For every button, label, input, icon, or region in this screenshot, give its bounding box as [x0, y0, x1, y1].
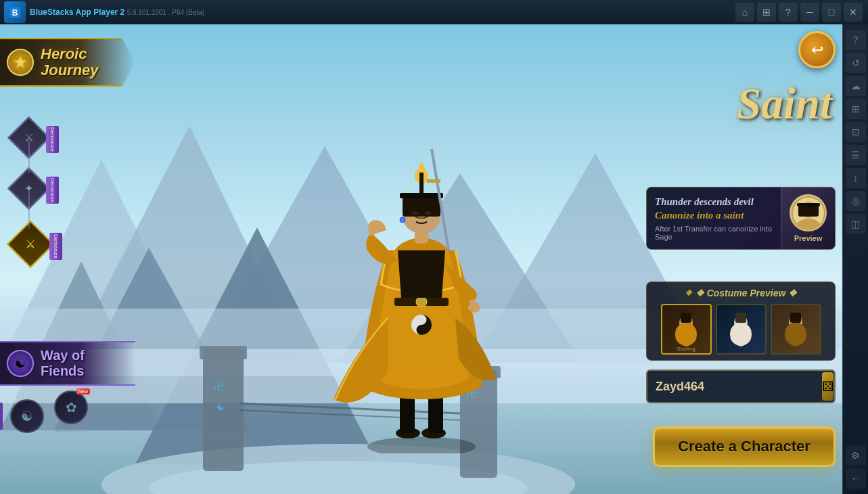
way-of-fiends-banner: ☯ Way of Fiends — [0, 341, 135, 386]
starting-label: Starting — [662, 346, 710, 352]
demonize-label-1: Demonize — [46, 126, 59, 153]
sidebar-icon-1[interactable]: ? — [846, 30, 866, 50]
character-name-input[interactable] — [647, 373, 821, 401]
costume-header: ❖ ❖ Costume Preview ❖ — [652, 288, 829, 298]
svg-rect-55 — [790, 313, 801, 323]
star-left-icon: ❖ — [685, 288, 692, 298]
costume-thumb-2[interactable] — [716, 304, 767, 355]
sidebar-icon-6[interactable]: ☰ — [846, 145, 866, 165]
svg-point-42 — [400, 217, 405, 223]
demonize-label-bottom: Demonize — [0, 403, 3, 430]
bluestacks-sidebar: ? ↺ ☁ ⊞ ⊡ ☰ ↕ ◎ ◫ ⚙ ← — [842, 24, 868, 494]
svg-rect-34 — [419, 173, 424, 193]
info-line-1: Thunder descends devil — [655, 196, 773, 209]
bottom-skill-2[interactable]: ✿ New Coming soon — [54, 390, 88, 433]
back-arrow-icon: ↩ — [811, 41, 823, 59]
sidebar-back-icon[interactable]: ← — [846, 468, 866, 489]
connector-line-1 — [28, 141, 30, 173]
info-line-2: Canonize into a saint — [655, 209, 773, 223]
way-of-fiends-title: Way of Fiends — [41, 348, 122, 379]
random-name-button[interactable]: ⚄ — [822, 372, 833, 401]
sidebar-settings-icon[interactable]: ⚙ — [846, 445, 866, 466]
bottom-skills-row: ☯ Demonize ✿ New Coming soon — [10, 390, 88, 433]
sidebar-icon-3[interactable]: ☁ — [846, 76, 866, 96]
sidebar-icon-4[interactable]: ⊞ — [846, 99, 866, 119]
svg-point-29 — [416, 296, 427, 307]
costume-thumb-1[interactable]: Starting — [661, 304, 712, 355]
costume-section: ❖ ❖ Costume Preview ❖ Starting — [646, 282, 836, 361]
name-section: ⚄ — [646, 369, 836, 403]
skill-node-2[interactable]: ✦ Demonize — [14, 173, 47, 207]
svg-point-41 — [419, 328, 424, 332]
minimize-window-button[interactable]: ─ — [800, 3, 819, 22]
bottom-skill-1[interactable]: ☯ Demonize — [10, 399, 44, 433]
titlebar: B BlueStacks App Player 2 5.8.101.1001 .… — [0, 0, 868, 24]
skill-node-1[interactable]: ⚔ Demonize — [14, 122, 47, 156]
help-button[interactable]: ? — [779, 3, 798, 22]
home-nav-button[interactable]: ⌂ — [735, 3, 754, 22]
preview-button[interactable]: Preview — [781, 187, 835, 249]
sidebar-icon-5[interactable]: ⊡ — [846, 122, 866, 142]
svg-point-37 — [411, 211, 418, 215]
demonize-label-2: Demonize — [46, 177, 59, 204]
grid-nav-button[interactable]: ⊞ — [757, 3, 776, 22]
skill-node-3-gold[interactable]: ⚔ Demonize — [14, 227, 51, 265]
name-input-row: ⚄ — [646, 369, 836, 403]
svg-point-38 — [425, 211, 432, 215]
costume-icon-2 — [717, 305, 765, 353]
heroic-journey-banner: Heroic Journey — [0, 38, 135, 87]
character-figure — [327, 115, 516, 453]
class-title: Saint — [737, 78, 832, 129]
app-logo: B — [4, 1, 26, 23]
svg-point-23 — [367, 436, 476, 453]
sidebar-icon-9[interactable]: ◫ — [846, 214, 866, 234]
preview-label: Preview — [794, 234, 823, 242]
info-line-3: After 1st Transfer can canonize into Sag… — [655, 225, 773, 241]
left-panel: Heroic Journey ⚔ Demonize ✦ Demonize — [0, 24, 149, 494]
sidebar-icon-7[interactable]: ↕ — [846, 168, 866, 188]
svg-rect-36 — [427, 179, 440, 183]
svg-point-40 — [419, 317, 424, 321]
svg-point-43 — [394, 346, 449, 357]
maximize-window-button[interactable]: □ — [822, 3, 841, 22]
demonize-label-3: Demonize — [49, 232, 62, 259]
bottom-skill-icon-1: ☯ Demonize — [10, 399, 44, 433]
heroic-journey-emblem — [7, 49, 34, 76]
svg-rect-51 — [681, 313, 691, 323]
back-button[interactable]: ↩ — [798, 31, 836, 68]
svg-text:B: B — [12, 8, 18, 18]
wof-emblem: ☯ — [7, 350, 34, 377]
connector-line-2 — [28, 192, 30, 229]
create-character-button[interactable]: Create a Character — [653, 426, 836, 467]
right-panel: ↩ Saint Thunder descends devil Canonize … — [639, 24, 842, 494]
titlebar-nav: ⌂ ⊞ ? ─ □ ✕ — [735, 3, 863, 22]
costume-thumbnails: Starting — [652, 304, 829, 355]
preview-avatar — [790, 194, 827, 231]
new-badge: New — [76, 388, 90, 395]
coming-soon-label: Coming soon — [55, 427, 87, 433]
sidebar-icon-8[interactable]: ◎ — [846, 191, 866, 211]
create-button-label: Create a Character — [678, 438, 810, 455]
costume-thumb-3[interactable] — [771, 304, 821, 355]
svg-rect-33 — [400, 193, 443, 198]
costume-icon-3 — [772, 305, 820, 353]
game-area: 卍 ☯ 卍 — [0, 24, 842, 494]
sidebar-icon-2[interactable]: ↺ — [846, 53, 866, 73]
app-title: BlueStacks App Player 2 5.8.101.1001 . P… — [30, 7, 735, 17]
svg-rect-53 — [735, 313, 746, 323]
svg-marker-44 — [14, 55, 27, 68]
heroic-journey-title: Heroic Journey — [41, 46, 125, 78]
svg-rect-49 — [797, 203, 820, 206]
bottom-skill-icon-2: ✿ New — [54, 390, 88, 424]
class-info-card: Thunder descends devil Canonize into a s… — [646, 187, 836, 250]
close-window-button[interactable]: ✕ — [844, 3, 863, 22]
dice-icon: ⚄ — [822, 378, 833, 395]
costume-preview-label: ❖ Costume Preview ❖ — [695, 288, 798, 298]
